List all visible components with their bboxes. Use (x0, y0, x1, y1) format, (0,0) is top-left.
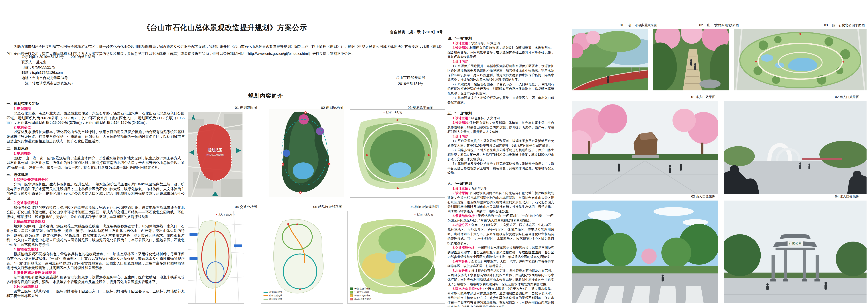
south-entrance-graphic (724, 101, 867, 194)
entrance-note-label: 北入口（主入口） (417, 213, 434, 216)
zone-swatch-icon (350, 295, 352, 297)
section-paragraph: 6.停车分析：全园设计有电瓶车、大巴、汽车、摩托车及自行车等多类车辆停车区，以供… (447, 259, 554, 268)
route-line-icon (264, 292, 268, 292)
plant-legend: “一山”生态绿林区 “一湖”生态涵养区 “一园”休闲观花区 出入口形象景观区 (350, 287, 371, 301)
lake-path-graphic (571, 29, 648, 90)
section-paragraph: 3）基础设施及安全防护提升：以完善基础设施，消除安全隐患为主，沿平台及登山步道增… (447, 162, 554, 175)
legend-item: “一湖”生态涵养区 (350, 290, 371, 294)
photo-label: 02 一山：“含辉四照”效果图 (653, 23, 739, 27)
entrance-note: ▼北入口（主入口） (414, 213, 434, 216)
map-tour-routes: 环湖休闲游线 山体运动游线 游园观花游线 (261, 211, 343, 304)
section-paragraph: 基本沿用现有建筑及设施进行服务管理设施规划，设置游客服务中心、卫生间，医疗救助站… (6, 275, 185, 284)
entrance-arrow-icon: ▼ (215, 213, 218, 216)
section-paragraph: 5.交通流线分析：全园设计有电瓶车观光道和景观步道，以满足不同游客的游园观光需求… (447, 246, 554, 259)
contact-address: 地址：台山市台城龙华里34号 (22, 75, 95, 81)
map-traffic-analysis: ▼北入口（主入口） (188, 211, 244, 304)
inline-red-heading: 1.设计主题： (453, 41, 471, 45)
legend-item: “一园”休闲观花区 (350, 294, 371, 297)
photo-park-master-plan (734, 29, 867, 90)
section-paragraph: 1）平台及景点提升：采取最低干预原则，以现有景点平台及活动平台更新修复为主。其中… (447, 139, 554, 148)
entrance-note-label: 北入口（主入口） (386, 111, 403, 114)
contact-person: 联系人：谢先生 (22, 59, 95, 65)
section-paragraph: 2.设计思路:保护现有森林，修复裸露山体植被；提升原有露土登山平台及步道铺装，加… (447, 120, 554, 134)
section-paragraph: 3.设计内容 (447, 134, 554, 139)
sub-heading: 5.服务设施及管理设施规划 (6, 270, 185, 275)
section-paragraph: 围绕“一山一湖一街一园”的景观结构，注重山体保护，以尊重水涵养保护地为原则，以生… (6, 156, 185, 170)
map-label: 06 植物游览规划图 (370, 204, 439, 209)
agency-name: 台山市自然资源局 (379, 74, 442, 81)
section-paragraph: 2）景观提升：包括现有园路、平台及节点、出入口绿化提升。依托现有的环湖路打造舒适… (447, 82, 554, 96)
photo-lake-path-render (571, 29, 648, 90)
sub-heading: 4.植物游览规划 (6, 247, 185, 252)
photo-label: 04 北入口效果图 (774, 194, 859, 199)
inline-red-heading: 8.雨水收集系统分析： (453, 287, 485, 290)
publicity-period: 公示时间：2019年5月31号——2019年6月31号 (22, 54, 95, 59)
section-paragraph: 加强与外部道路的交通衔接，梳理园区内部交通流线，完善石化山公园交通组织。设置电瓶… (6, 205, 185, 219)
map-plant-tour-plan: ▼北入口（主入口） “一山”生态绿林区 “一湖”生态涵养区 “一园”休闲观花区 … (347, 211, 445, 304)
section-paragraph: 规划环湖休闲、山体运动、游园观花三大精品游览线路，满足各类游客游览需求。环湖休闲… (6, 224, 185, 247)
section-paragraph: 分为一级水源保护区、生态林保护区、提升区域。一级水源保护区范围面积约1.04km… (6, 182, 185, 200)
contact-block: 公示时间：2019年5月31号——2019年6月31号 联系人：谢先生 电话：0… (22, 54, 95, 86)
photo-west-entrance-render (571, 200, 718, 303)
photo-mountain-path-render (653, 29, 729, 90)
plan-announcement-poster: 《台山市石化山总体景观改造提升规划》方案公示 台自然资（规）示【2019】8号 … (0, 0, 868, 307)
section-title: 四、“一湖”规划 (447, 36, 554, 41)
contact-phone: 电话：0750-5552175 (22, 65, 95, 70)
section-paragraph: 1.设计主题：绿色森林、人文休闲 (447, 116, 554, 120)
legend-item: 环湖休闲游线 (264, 290, 282, 294)
zone-swatch-icon (350, 287, 352, 290)
section-paragraph: 3.景观结构分析：景观结构为“一心·一环·两轴”。“一心”为中心湖；“一环”为园… (447, 214, 554, 223)
issue-date: 2019年5月31号 (379, 81, 442, 87)
right-text-column: 四、“一湖”规划 1.设计主题：水清岸绿、环湖运动 2.设计思路:利用现有的设施… (447, 36, 554, 307)
photo-label: 03 西入口效果图 (630, 194, 715, 199)
contact-email: 邮箱：tsghj175@126.com (22, 70, 95, 75)
east-entrance-graphic (571, 101, 718, 194)
inline-red-heading: 4.功能分区： (453, 223, 471, 227)
sub-heading: 2.交通系统规划 (6, 200, 185, 205)
inline-red-heading: 3.设计内容 (453, 60, 468, 63)
sub-heading: 1.规划思路 (6, 151, 185, 156)
photo-east-entrance-render (571, 101, 718, 194)
planning-structure-map-graphic (269, 109, 344, 197)
scope-overlay-label: 规划范围 （约260.20公顷） (188, 148, 243, 157)
section-paragraph: 北至石化北路、南至环北大道、西至城北居住区、东至石华路，涵盖石化山水库、石化山石… (6, 111, 185, 125)
sub-heading: 3.精品旅游线路规划 (6, 219, 185, 224)
section-paragraph: 设置三级标识系统指引，一级标识牌服务于园区出入口；二级标识牌服务于园区各节点；三… (6, 289, 185, 298)
inline-red-heading: 1.设计主题： (453, 187, 471, 190)
inline-red-heading: 2.设计思路: (453, 121, 469, 124)
photo-label: 03 一园：石化北公园平面图 (779, 23, 865, 27)
tour-routes-map-graphic (261, 211, 343, 303)
sub-heading: 1.保护及开发建设分区 (6, 177, 185, 182)
photo-label: 02 南入口效果图 (774, 95, 859, 99)
section-title: 二、规划思路 (6, 146, 185, 151)
entrance-note-label: 北入口（主入口） (218, 213, 236, 216)
photo-label: 01 东入口效果图 (630, 95, 715, 99)
map-label: 01 规划范围图 (188, 105, 257, 110)
inline-red-heading: 2.设计思路: (453, 191, 469, 195)
legend-item: 山体运动游线 (264, 294, 282, 297)
legend-item: 出入口形象景观区 (350, 297, 371, 301)
route-line-icon (264, 299, 268, 300)
traffic-map-graphic (188, 211, 244, 303)
section-paragraph: 2）园路步道提升：对原有登山及园路系统进行梳理和提升，保护山体生态环境，避免过度… (447, 148, 554, 162)
park-plan-graphic (734, 29, 867, 90)
section-title: 三、总体规划 (6, 172, 185, 177)
reprint-note: （注：转载请联系市自然资源局） (22, 81, 95, 86)
legend-item: 游园观花游线 (264, 297, 282, 301)
entrance-note: ▼北入口（主入口） (383, 111, 403, 114)
entrance-note: ▼北入口（主入口） (215, 213, 236, 216)
section-paragraph: 8.雨水收集系统分析：公园在非汛期（9月至次年4月）通过雨水收集、蓄水净化能基本… (447, 286, 554, 307)
sub-heading: 6.标识系统规划 (6, 284, 185, 289)
inline-red-heading: 6.停车分析： (453, 260, 471, 263)
section-paragraph: 4.功能分区：划为主入口服务区、儿童游乐区、园艺博览区、中心湖区、疏林草地区、湿… (447, 223, 554, 246)
section-title: 一、规划范围及定位 (6, 101, 185, 106)
section-paragraph: 1.设计主题：水清岸绿、环湖运动 (447, 41, 554, 46)
route-line-icon (264, 295, 268, 296)
section-paragraph: 以森林及水源保护为根本，强化石化山作为台城绿肺、饮用水源的定位及保护措施，结合现… (6, 130, 185, 144)
west-entrance-graphic (571, 200, 718, 303)
section-paragraph: 根据植物景观不同感官特色，营造各具特色的植物观赏点。“一山”生态绿林区：采用绿化… (6, 252, 185, 270)
issuing-agency: 台山市自然资源局 2019年5月31号 (379, 74, 442, 87)
mountain-path-graphic (653, 29, 729, 90)
section-paragraph: 3）基础设施提升：增设护栏及标识系统，加强景区东、西、南出入口服务配套设施。 (447, 96, 554, 105)
map-planning-structure (269, 109, 344, 197)
